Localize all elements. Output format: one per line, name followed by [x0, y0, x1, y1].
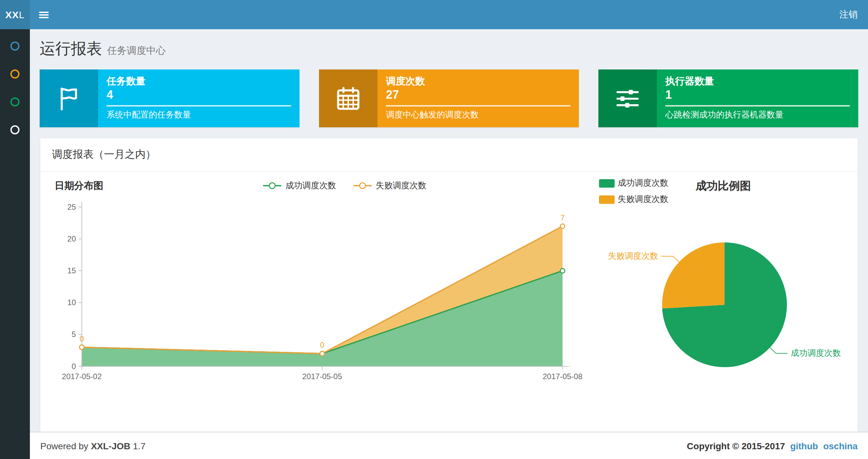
version: 1.7 — [133, 440, 146, 451]
info-box-divider — [665, 105, 850, 106]
brand-name: XXL-JOB — [91, 440, 130, 451]
copyright: Copyright © 2015-2017 github oschina — [687, 440, 858, 451]
logo[interactable]: XXL — [0, 0, 30, 29]
sliders-icon — [598, 69, 657, 127]
legend-item[interactable]: 失败调度次数 — [353, 180, 427, 192]
calendar-icon — [319, 69, 377, 127]
date-distribution-chart: 05101520252017-05-022017-05-052017-05-08… — [55, 194, 586, 388]
panel-body: 日期分布图 成功调度次数 失败调度次数 05101520252017-05-02… — [40, 172, 858, 439]
info-box: 执行器数量 1 心跳检测成功的执行器机器数量 — [598, 69, 858, 127]
flag-icon — [40, 69, 98, 127]
info-box-description: 系统中配置的任务数量 — [106, 110, 291, 120]
line-legend-marker-icon — [263, 181, 282, 190]
date-distribution-section: 日期分布图 成功调度次数 失败调度次数 05101520252017-05-02… — [48, 177, 592, 400]
footer: Powered by XXL-JOB 1.7 Copyright © 2015-… — [30, 432, 868, 459]
svg-text:0: 0 — [320, 340, 324, 349]
pie-chart-legend: 成功调度次数 失败调度次数 — [599, 177, 669, 205]
info-box-body: 执行器数量 1 心跳检测成功的执行器机器数量 — [657, 69, 858, 127]
info-box-label: 任务数量 — [106, 75, 291, 88]
svg-text:失败调度次数: 失败调度次数 — [608, 251, 658, 260]
report-panel: 调度报表（一月之内） 日期分布图 成功调度次数 失败调度次数 051015202… — [40, 138, 858, 440]
svg-text:10: 10 — [67, 298, 76, 307]
legend-item[interactable]: 成功调度次数 — [263, 180, 336, 192]
sidebar-item-4[interactable] — [0, 116, 30, 143]
line-chart-legend: 成功调度次数 失败调度次数 — [103, 180, 586, 192]
sidebar-toggle-button[interactable] — [30, 0, 57, 29]
svg-text:成功调度次数: 成功调度次数 — [791, 348, 841, 357]
powered-by: Powered by XXL-JOB 1.7 — [40, 440, 146, 451]
svg-text:0: 0 — [72, 362, 76, 371]
success-ratio-pie: 成功调度次数失败调度次数 — [599, 205, 850, 398]
info-box: 调度次数 27 调度中心触发的调度次数 — [319, 69, 579, 127]
logout-link[interactable]: 注销 — [839, 9, 858, 21]
info-box-value: 4 — [106, 88, 291, 102]
pie-chart-title: 成功比例图 — [696, 178, 751, 194]
info-box-value: 1 — [665, 88, 850, 102]
line-chart-header: 日期分布图 成功调度次数 失败调度次数 — [55, 177, 586, 194]
info-box-description: 调度中心触发的调度次数 — [386, 110, 570, 120]
logo-text-light: L — [19, 9, 25, 20]
page-subtitle: 任务调度中心 — [107, 45, 166, 56]
info-box-body: 任务数量 4 系统中配置的任务数量 — [98, 69, 300, 127]
info-box-divider — [106, 105, 291, 106]
info-box-label: 执行器数量 — [665, 75, 850, 88]
logo-text-bold: XX — [5, 9, 19, 20]
app: XXL 注销 运行报表任务调度中心 — [0, 0, 868, 459]
svg-text:5: 5 — [72, 330, 76, 338]
circle-icon — [10, 125, 20, 134]
oschina-link[interactable]: oschina — [823, 440, 858, 451]
sidebar — [0, 29, 30, 459]
content-area: 运行报表任务调度中心 任务数量 4 系统中配置的任务数量 — [30, 29, 868, 432]
pie-chart-header: 成功调度次数 失败调度次数 成功比例图 — [599, 177, 850, 205]
svg-text:2017-05-08: 2017-05-08 — [543, 372, 583, 381]
info-box-description: 心跳检测成功的执行器机器数量 — [665, 110, 850, 120]
line-chart-container: 05101520252017-05-022017-05-052017-05-08… — [55, 194, 586, 391]
svg-text:0: 0 — [80, 334, 84, 343]
pie-chart-container: 成功调度次数失败调度次数 — [599, 205, 850, 400]
svg-text:7: 7 — [560, 213, 565, 222]
github-link[interactable]: github — [790, 440, 818, 451]
sidebar-item-2[interactable] — [0, 60, 30, 88]
navbar-right: 注销 — [829, 0, 868, 29]
page-title: 运行报表任务调度中心 — [40, 39, 858, 60]
svg-text:15: 15 — [67, 266, 76, 275]
circle-icon — [10, 97, 20, 106]
content-header: 运行报表任务调度中心 — [30, 29, 868, 60]
success-ratio-section: 成功调度次数 失败调度次数 成功比例图 成功调度次数失败调度次数 — [592, 177, 850, 400]
sidebar-item-1[interactable] — [0, 32, 30, 60]
legend-item[interactable]: 失败调度次数 — [599, 194, 669, 205]
info-box-divider — [386, 105, 570, 106]
swatch-icon — [599, 195, 615, 203]
info-box-row: 任务数量 4 系统中配置的任务数量 调度次数 27 — [30, 60, 868, 127]
line-legend-marker-icon — [353, 181, 373, 190]
sidebar-item-3[interactable] — [0, 88, 30, 116]
info-box-label: 调度次数 — [386, 75, 570, 88]
hamburger-icon — [39, 10, 49, 19]
info-box-value: 27 — [386, 88, 570, 102]
circle-icon — [10, 41, 20, 50]
svg-text:20: 20 — [67, 234, 76, 243]
svg-text:25: 25 — [67, 202, 76, 211]
info-box: 任务数量 4 系统中配置的任务数量 — [40, 69, 300, 127]
circle-icon — [10, 69, 20, 78]
svg-text:2017-05-05: 2017-05-05 — [303, 372, 342, 381]
line-chart-title: 日期分布图 — [55, 179, 103, 192]
info-box-body: 调度次数 27 调度中心触发的调度次数 — [377, 69, 579, 127]
swatch-icon — [599, 179, 615, 187]
legend-item[interactable]: 成功调度次数 — [599, 177, 669, 189]
panel-title: 调度报表（一月之内） — [40, 138, 858, 172]
svg-text:2017-05-02: 2017-05-02 — [62, 372, 102, 381]
navbar: XXL 注销 — [0, 0, 868, 29]
